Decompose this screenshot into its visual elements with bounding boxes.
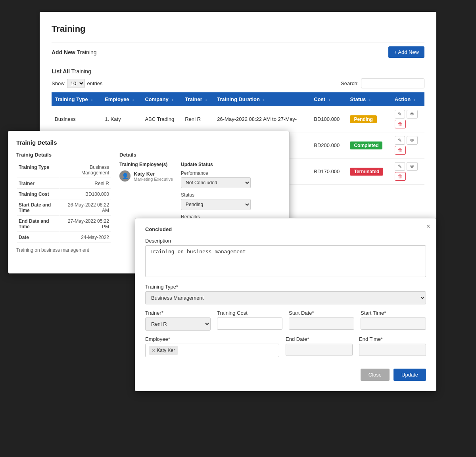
employee-role: Marketing Executive <box>134 177 173 182</box>
status-label: Status <box>181 192 251 198</box>
edit-action-btn[interactable]: ✎ <box>395 136 405 145</box>
status-select[interactable]: Pending Completed Terminated <box>181 199 251 210</box>
start-time-label: Start Time* <box>361 310 426 316</box>
view-action-btn[interactable]: 👁 <box>407 162 418 171</box>
col-trainer[interactable]: Trainer ↕ <box>182 92 214 106</box>
employee-info: Katy Ker Marketing Executive <box>134 171 173 182</box>
add-new-button[interactable]: + Add New <box>388 46 424 58</box>
employee-tags: × Katy Ker <box>145 344 279 357</box>
training-description-text: Training on business management <box>16 247 111 253</box>
cell-training-type: Business <box>52 106 102 132</box>
description-textarea[interactable]: Training on business management <box>145 245 426 277</box>
cell-company: ABC Trading <box>142 106 182 132</box>
cell-status: Pending <box>347 106 391 132</box>
training-type-row: Training Type* Business Management Techn… <box>145 284 426 310</box>
trainer-select[interactable]: Reni R John D Mary S <box>145 317 211 331</box>
end-date-group: End Date* 2022-05-27 <box>286 336 353 357</box>
employee-card: 👤 Katy Ker Marketing Executive <box>119 170 173 182</box>
cell-status: Completed <box>347 132 391 159</box>
col-action[interactable]: Action ↕ <box>392 92 424 106</box>
end-date-input[interactable]: 2022-05-27 <box>286 344 353 356</box>
detail-table: Training TypeBusiness ManagementTrainerR… <box>16 162 111 243</box>
detail-table-row: End Date and Time27-May-2022 05:22 PM <box>17 216 111 232</box>
employee-tag-label: Katy Ker <box>157 348 175 353</box>
col-company[interactable]: Company ↕ <box>142 92 182 106</box>
detail-value: 24-May-2022 <box>60 233 111 243</box>
entries-select[interactable]: 10 25 50 <box>67 79 85 88</box>
detail-label: Trainer <box>17 179 59 189</box>
detail-value: 27-May-2022 05:22 PM <box>60 216 111 232</box>
start-time-input[interactable]: 08:22 <box>361 317 426 330</box>
employee-tag: × Katy Ker <box>149 346 178 355</box>
close-icon[interactable]: × <box>426 222 430 231</box>
concluded-row: Concluded <box>145 226 426 232</box>
tag-remove-icon[interactable]: × <box>152 347 155 354</box>
delete-action-btn[interactable]: 🗑 <box>395 146 406 155</box>
col-employee[interactable]: Employee ↕ <box>102 92 142 106</box>
start-time-group: Start Time* 08:22 <box>361 310 426 331</box>
training-type-select[interactable]: Business Management Technical Soft Skill… <box>145 291 426 304</box>
status-badge: Terminated <box>350 168 383 176</box>
edit-footer: Close Update <box>145 369 426 381</box>
training-cost-label: Training Cost <box>217 310 282 316</box>
cell-cost: BD100.000 <box>311 106 347 132</box>
detail-value: Reni R <box>60 179 111 189</box>
training-details-title: Trainig Details <box>16 139 281 146</box>
trainer-group: Trainer* Reni R John D Mary S <box>145 310 211 331</box>
col-training-type[interactable]: Training Type ↕ <box>52 92 102 106</box>
col-status[interactable]: Status ↕ <box>347 92 391 106</box>
employee-avatar: 👤 <box>119 170 131 182</box>
end-time-group: End Time* 17:22 <box>359 336 426 357</box>
start-date-label: Start Date* <box>289 310 354 316</box>
edit-action-btn[interactable]: ✎ <box>395 162 405 171</box>
employee-name: Katy Ker <box>134 171 173 177</box>
performance-label: Performance <box>181 170 251 176</box>
show-entries: Show 10 25 50 entries <box>52 79 103 88</box>
performance-select[interactable]: Not Concluded Concluded <box>181 177 251 188</box>
training-employees-label: Training Employee(s) <box>119 162 173 167</box>
cell-action: ✎ 👁 🗑 <box>392 106 424 132</box>
modal-left-section: Trainig Details Training TypeBusiness Ma… <box>16 152 111 265</box>
cell-cost: BD200.000 <box>311 132 347 159</box>
employee-label: Employee* <box>145 336 279 342</box>
col-cost[interactable]: Cost ↕ <box>311 92 347 106</box>
start-date-input[interactable]: 2022-05-26 <box>289 317 354 330</box>
table-controls: Show 10 25 50 entries Search: <box>52 78 424 88</box>
employee-dates-row: Employee* × Katy Ker End Date* 2022-05-2… <box>145 336 426 363</box>
training-type-group: Training Type* Business Management Techn… <box>145 284 426 304</box>
view-action-btn[interactable]: 👁 <box>407 110 418 119</box>
list-all-title: List All Training <box>52 68 424 75</box>
col-duration[interactable]: Training Duration ↕ <box>214 92 311 106</box>
end-date-label: End Date* <box>286 336 353 342</box>
cell-employee: 1. Katy <box>102 106 142 132</box>
close-button[interactable]: Close <box>361 369 390 381</box>
update-status-label: Update Status <box>181 162 251 167</box>
performance-group: Performance Not Concluded Concluded <box>181 170 251 188</box>
edit-modal: × Concluded Description Training on busi… <box>135 218 436 391</box>
detail-table-row: Date24-May-2022 <box>17 233 111 243</box>
detail-label: End Date and Time <box>17 216 59 232</box>
description-label: Description <box>145 238 426 244</box>
search-input[interactable] <box>361 78 424 88</box>
cell-status: Terminated <box>347 159 391 185</box>
delete-action-btn[interactable]: 🗑 <box>395 120 406 128</box>
detail-value: Business Management <box>60 163 111 178</box>
detail-label: Training Cost <box>17 189 59 199</box>
status-badge: Completed <box>350 141 382 149</box>
update-button[interactable]: Update <box>393 369 426 381</box>
detail-table-row: TrainerReni R <box>17 179 111 189</box>
end-time-label: End Time* <box>359 336 426 342</box>
training-cost-group: Training Cost 100 <box>217 310 282 331</box>
table-row: Business 1. Katy ABC Trading Reni R 26-M… <box>52 106 424 132</box>
training-cost-input[interactable]: 100 <box>217 317 282 330</box>
view-action-btn[interactable]: 👁 <box>407 136 418 145</box>
detail-value: BD100.000 <box>60 189 111 199</box>
delete-action-btn[interactable]: 🗑 <box>395 172 406 181</box>
search-label: Search: <box>341 80 359 86</box>
end-time-input[interactable]: 17:22 <box>359 344 426 356</box>
trainer-cost-row: Trainer* Reni R John D Mary S Training C… <box>145 310 426 336</box>
start-date-group: Start Date* 2022-05-26 <box>289 310 354 331</box>
edit-action-btn[interactable]: ✎ <box>395 110 405 119</box>
status-group: Status Pending Completed Terminated <box>181 192 251 210</box>
search-box: Search: <box>341 78 424 88</box>
